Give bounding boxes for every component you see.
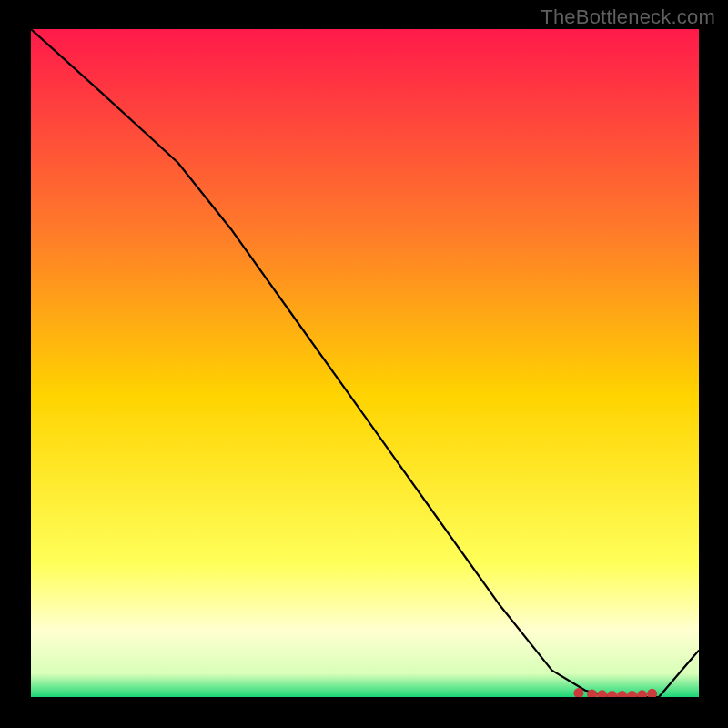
gradient-background: [31, 29, 699, 697]
attribution-label: TheBottleneck.com: [541, 5, 715, 29]
chart-container: TheBottleneck.com: [0, 0, 728, 728]
plot-area: [31, 29, 699, 697]
chart-svg: [31, 29, 699, 697]
